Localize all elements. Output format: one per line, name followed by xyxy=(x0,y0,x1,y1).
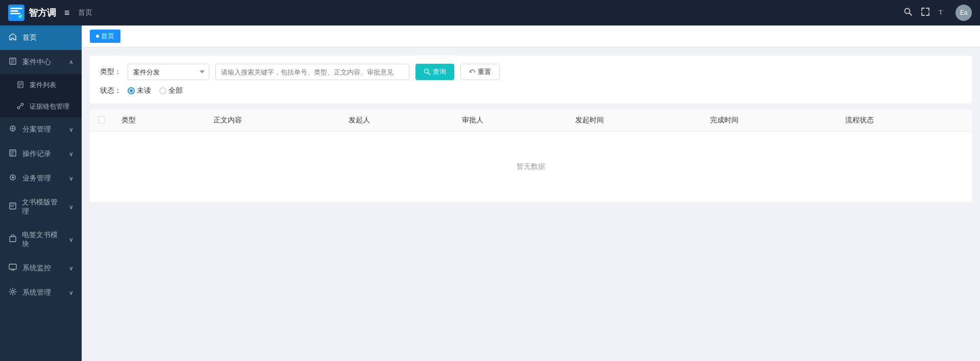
avatar[interactable]: Ea xyxy=(955,5,972,21)
col-checkbox xyxy=(90,110,113,132)
svg-rect-3 xyxy=(10,13,20,14)
sidebar-item-home[interactable]: 首页 xyxy=(0,25,82,50)
filter-row-status: 状态： 未读 全部 xyxy=(100,86,962,95)
radio-unread-circle xyxy=(128,87,135,94)
radio-unread[interactable]: 未读 xyxy=(128,86,151,95)
chevron-down-icon-4: ∨ xyxy=(69,203,74,211)
reset-button[interactable]: 重置 xyxy=(460,64,500,80)
logo-text: 智方调 xyxy=(29,7,56,19)
search-button[interactable]: 查询 xyxy=(415,64,454,80)
sidebar-label-document-template: 文书模版管理 xyxy=(22,198,64,216)
sidebar-label-monitor: 系统监控 xyxy=(22,264,51,273)
sidebar-label-business: 业务管理 xyxy=(22,174,51,183)
svg-rect-2 xyxy=(10,10,18,12)
book-icon xyxy=(8,57,17,67)
header-checkbox[interactable] xyxy=(98,116,105,123)
sidebar-label-home: 首页 xyxy=(22,33,37,42)
header-nav: ≡ 首页 xyxy=(64,8,92,18)
sidebar-label-case-list: 案件列表 xyxy=(30,81,56,90)
sidebar-item-operation-log[interactable]: 操作记录 ∨ xyxy=(0,142,82,166)
search-btn-icon xyxy=(424,68,431,75)
radio-all-label: 全部 xyxy=(168,86,183,95)
radio-unread-label: 未读 xyxy=(137,86,151,95)
sidebar-label-operation-log: 操作记录 xyxy=(22,149,51,159)
search-btn-label: 查询 xyxy=(433,67,446,76)
sidebar-label-case-center: 案件中心 xyxy=(22,58,51,67)
breadcrumb-tab-home[interactable]: 首页 xyxy=(90,30,120,43)
sidebar-item-case-management[interactable]: 分案管理 ∨ xyxy=(0,117,82,142)
table-section: 类型 正文内容 发起人 审批人 发起时间 完成时间 流程状态 暂无数据 xyxy=(90,110,972,202)
split-icon xyxy=(8,124,17,135)
reset-btn-label: 重置 xyxy=(478,67,491,76)
col-initiator: 发起人 xyxy=(340,110,454,132)
status-label: 状态： xyxy=(100,86,121,95)
svg-text:T: T xyxy=(939,8,943,16)
sidebar: 首页 案件中心 ∧ 案件列表 证据链包管理 分案管理 ∨ xyxy=(0,25,82,361)
table-header: 类型 正文内容 发起人 审批人 发起时间 完成时间 流程状态 xyxy=(90,110,972,132)
main-layout: 首页 案件中心 ∧ 案件列表 证据链包管理 分案管理 ∨ xyxy=(0,25,980,361)
sidebar-item-evidence-chain[interactable]: 证据链包管理 xyxy=(0,96,82,117)
template-icon xyxy=(8,202,17,212)
search-icon[interactable] xyxy=(903,7,913,19)
svg-point-16 xyxy=(12,291,14,293)
sidebar-item-document-template[interactable]: 文书模版管理 ∨ xyxy=(0,191,82,223)
sidebar-label-esign: 电签文书模块 xyxy=(22,230,64,249)
monitor-icon xyxy=(8,263,17,273)
log-icon xyxy=(8,149,17,159)
sidebar-item-monitor[interactable]: 系统监控 ∨ xyxy=(0,256,82,280)
chevron-down-icon-1: ∨ xyxy=(69,126,74,133)
menu-toggle-icon[interactable]: ≡ xyxy=(64,8,70,18)
empty-data-text: 暂无数据 xyxy=(98,138,964,196)
chevron-down-icon-7: ∨ xyxy=(69,289,74,296)
filter-row-type: 类型： 案件分发 案件审批 其他 查询 重置 xyxy=(100,64,962,80)
logo: 智方调 xyxy=(8,5,56,21)
table-body: 暂无数据 xyxy=(90,132,972,202)
chevron-down-icon-3: ∨ xyxy=(69,175,74,182)
col-approver: 审批人 xyxy=(454,110,567,132)
sidebar-item-system-management[interactable]: 系统管理 ∨ xyxy=(0,280,82,305)
sidebar-item-case-list[interactable]: 案件列表 xyxy=(0,74,82,96)
page-content: 类型： 案件分发 案件审批 其他 查询 重置 xyxy=(82,47,980,361)
font-size-icon[interactable]: T xyxy=(938,7,947,19)
chevron-down-icon-5: ∨ xyxy=(69,236,74,243)
svg-rect-13 xyxy=(10,203,16,209)
status-radio-group: 未读 全部 xyxy=(128,86,183,95)
svg-rect-1 xyxy=(10,8,22,9)
chevron-down-icon-6: ∨ xyxy=(69,265,74,272)
empty-row: 暂无数据 xyxy=(90,132,972,202)
content-area: 首页 类型： 案件分发 案件审批 其他 查询 xyxy=(82,25,980,361)
chevron-down-icon-2: ∨ xyxy=(69,150,74,158)
chevron-up-icon: ∧ xyxy=(69,59,74,66)
header-right: T Ea xyxy=(903,5,972,21)
esign-icon xyxy=(8,235,17,245)
filter-section: 类型： 案件分发 案件审批 其他 查询 重置 xyxy=(90,56,972,104)
breadcrumb-tab-label: 首页 xyxy=(101,32,114,41)
business-icon xyxy=(8,173,17,184)
sidebar-label-case-management: 分案管理 xyxy=(22,125,51,134)
col-start-time: 发起时间 xyxy=(567,110,702,132)
sidebar-item-esign[interactable]: 电签文书模块 ∨ xyxy=(0,223,82,256)
fullscreen-icon[interactable] xyxy=(921,7,930,19)
svg-point-17 xyxy=(425,69,429,73)
logo-icon xyxy=(8,5,24,21)
sidebar-item-case-center[interactable]: 案件中心 ∧ xyxy=(0,50,82,74)
type-select[interactable]: 案件分发 案件审批 其他 xyxy=(128,64,209,80)
table-header-row: 类型 正文内容 发起人 审批人 发起时间 完成时间 流程状态 xyxy=(90,110,972,132)
home-icon xyxy=(8,33,17,43)
breadcrumb-bar: 首页 xyxy=(82,25,980,47)
sidebar-item-business[interactable]: 业务管理 ∨ xyxy=(0,166,82,191)
data-table: 类型 正文内容 发起人 审批人 发起时间 完成时间 流程状态 暂无数据 xyxy=(90,110,972,202)
svg-rect-14 xyxy=(10,237,16,242)
gear-icon xyxy=(8,288,17,298)
nav-home-link[interactable]: 首页 xyxy=(78,8,92,17)
type-label: 类型： xyxy=(100,67,121,76)
search-input[interactable] xyxy=(215,64,409,80)
top-header: 智方调 ≡ 首页 T Ea xyxy=(0,0,980,25)
col-flow-status: 流程状态 xyxy=(837,110,972,132)
radio-all-circle xyxy=(159,87,166,94)
radio-all[interactable]: 全部 xyxy=(159,86,183,95)
col-content: 正文内容 xyxy=(205,110,340,132)
file-icon xyxy=(16,81,24,90)
svg-rect-15 xyxy=(9,264,16,269)
tab-dot xyxy=(96,35,99,38)
